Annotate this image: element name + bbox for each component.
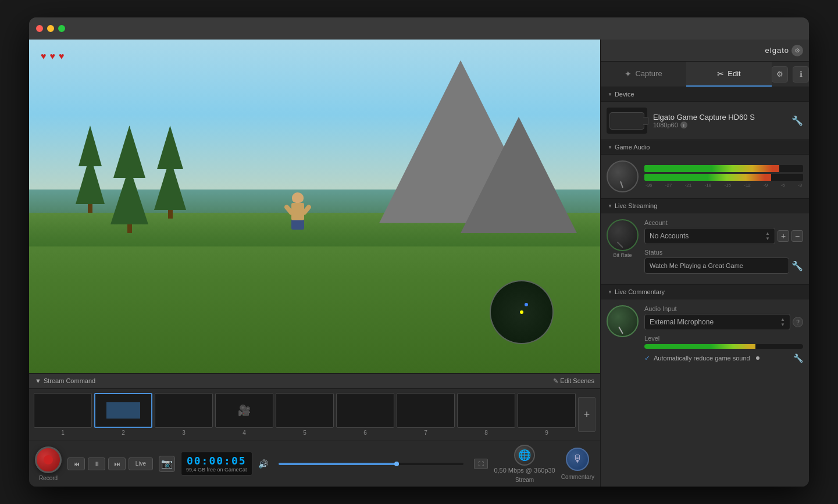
- audio-help-button[interactable]: ?: [793, 317, 803, 327]
- scene-item-4[interactable]: 🎥 4: [215, 393, 273, 436]
- level-row: Level: [644, 335, 803, 349]
- scene-thumb-1[interactable]: [34, 393, 92, 428]
- minimize-button[interactable]: [47, 25, 54, 32]
- status-field[interactable]: Watch Me Playing a Great Game: [644, 258, 789, 274]
- scene-item-6[interactable]: 6: [336, 393, 394, 436]
- commentary-knob-indicator: [618, 326, 623, 334]
- tree-group: [76, 126, 186, 233]
- controls-row: Record ⏮ ⏸ ⏭ Live 📷 00:00:05 99,4 GB: [29, 441, 600, 487]
- close-button[interactable]: [36, 25, 43, 32]
- audio-input-select[interactable]: External Microphone ▲ ▼: [644, 314, 790, 330]
- remove-account-button[interactable]: −: [791, 230, 803, 242]
- storage-text: 99,4 GB free on GameCat: [186, 467, 247, 473]
- settings-button[interactable]: ⚙: [772, 66, 788, 83]
- main-content: ♥ ♥ ♥ ▼ Stream Command ✎ Edit Scenes: [29, 40, 809, 487]
- level-slider[interactable]: [644, 344, 803, 349]
- game-audio-section-header: ▼ Game Audio: [601, 140, 809, 155]
- scene-num-5: 5: [303, 430, 306, 436]
- scene-thumb-7[interactable]: [397, 393, 455, 428]
- scene-item-3[interactable]: 3: [155, 393, 213, 436]
- scene-thumb-5[interactable]: [276, 393, 334, 428]
- live-button[interactable]: Live: [129, 457, 153, 470]
- streaming-knob-indicator: [616, 241, 623, 248]
- meter-num: -12: [744, 183, 751, 188]
- tab-edit[interactable]: ✂ Edit: [686, 62, 772, 87]
- tree: [110, 126, 148, 233]
- status-value: Watch Me Playing a Great Game: [650, 262, 743, 269]
- edit-icon: ✂: [717, 69, 724, 78]
- audio-input-row: External Microphone ▲ ▼ ?: [644, 314, 803, 330]
- playback-controls: ⏮ ⏸ ⏭ Live: [67, 457, 153, 470]
- screenshot-button[interactable]: 📷: [159, 456, 175, 472]
- scene-num-8: 8: [484, 430, 488, 436]
- pause-button[interactable]: ⏸: [88, 457, 105, 470]
- device-settings-button[interactable]: 🔧: [791, 115, 803, 126]
- scene-thumb-3[interactable]: [155, 393, 213, 428]
- streaming-knob[interactable]: [607, 219, 639, 251]
- scene-num-3: 3: [182, 430, 186, 436]
- audio-row: -36 -27 -21 -18 -15 -12 -9 -6 -3: [607, 160, 803, 192]
- select-arrows: ▲ ▼: [765, 231, 770, 241]
- right-header: elgato ⊙: [601, 40, 809, 62]
- streaming-triangle-icon: ▼: [608, 203, 612, 209]
- right-icon-buttons: ⚙ ℹ: [772, 62, 809, 87]
- audio-meter-2: [644, 174, 803, 181]
- commentary-section: 🎙 Commentary: [561, 448, 594, 480]
- commentary-knob[interactable]: [607, 305, 639, 337]
- volume-button[interactable]: 🔊: [258, 459, 268, 469]
- globe-icon: 🌐: [518, 449, 531, 462]
- traffic-lights: [36, 25, 65, 32]
- tree-trunk: [168, 210, 173, 219]
- scene-thumb-4[interactable]: 🎥: [215, 393, 273, 428]
- commentary-button[interactable]: 🎙: [566, 448, 589, 471]
- heart-1: ♥: [41, 51, 47, 62]
- stream-button[interactable]: 🌐: [514, 445, 535, 466]
- scene-item-1[interactable]: 1: [34, 393, 92, 436]
- scene-item-8[interactable]: 8: [457, 393, 515, 436]
- device-section-label: Device: [615, 91, 634, 98]
- device-info: Elgato Game Capture HD60 S 1080p60 i: [653, 113, 786, 128]
- heart-3: ♥: [59, 51, 65, 62]
- right-panel: elgato ⊙ ✦ Capture ✂ Edit ⚙ ℹ: [600, 40, 809, 487]
- audio-input-value: External Microphone: [650, 318, 714, 326]
- scene-item-7[interactable]: 7: [397, 393, 455, 436]
- left-panel: ♥ ♥ ♥ ▼ Stream Command ✎ Edit Scenes: [29, 40, 600, 487]
- scene-item-9[interactable]: 9: [518, 393, 576, 436]
- game-preview: ♥ ♥ ♥: [29, 40, 600, 373]
- scene-num-7: 7: [424, 430, 427, 436]
- streaming-settings-button[interactable]: 🔧: [791, 260, 803, 271]
- device-section-header: ▼ Device: [601, 87, 809, 102]
- bitrate-text: 0,50 Mbps @ 360p30: [494, 467, 555, 474]
- hearts: ♥ ♥ ♥: [41, 51, 65, 62]
- account-select[interactable]: No Accounts ▲ ▼: [644, 228, 775, 244]
- add-account-button[interactable]: +: [778, 230, 789, 242]
- maximize-button[interactable]: [58, 25, 65, 32]
- commentary-settings-button[interactable]: 🔧: [793, 353, 803, 363]
- scene-num-4: 4: [243, 430, 246, 436]
- add-scene-button[interactable]: +: [578, 397, 595, 432]
- live-commentary-section-header: ▼ Live Commentary: [601, 285, 809, 299]
- tab-capture[interactable]: ✦ Capture: [601, 62, 686, 87]
- progress-bar[interactable]: [279, 463, 464, 465]
- meter-num: -18: [705, 183, 712, 188]
- device-info-icon[interactable]: i: [680, 121, 687, 128]
- auto-reduce-label: Automatically reduce game sound: [654, 355, 750, 362]
- streaming-controls: Account No Accounts ▲ ▼: [644, 219, 803, 278]
- fullscreen-button[interactable]: ⛶: [474, 459, 488, 469]
- info-button[interactable]: ℹ: [793, 66, 809, 83]
- scene-item-5[interactable]: 5: [276, 393, 334, 436]
- audio-knob[interactable]: [607, 160, 639, 192]
- scene-thumb-6[interactable]: [336, 393, 394, 428]
- scene-thumb-9[interactable]: [518, 393, 576, 428]
- audio-meter-container: -36 -27 -21 -18 -15 -12 -9 -6 -3: [644, 165, 803, 188]
- scene-thumb-2[interactable]: [94, 393, 152, 428]
- minimap-dot2: [525, 303, 528, 306]
- edit-scenes-button[interactable]: ✎ Edit Scenes: [553, 377, 594, 385]
- checkbox-icon[interactable]: ✓: [644, 354, 650, 362]
- fast-forward-button[interactable]: ⏭: [108, 457, 126, 470]
- scene-item-2[interactable]: 2: [94, 393, 152, 436]
- rewind-button[interactable]: ⏮: [67, 457, 85, 470]
- record-button[interactable]: [35, 446, 62, 473]
- meter-num: -3: [798, 183, 802, 188]
- scene-thumb-8[interactable]: [457, 393, 515, 428]
